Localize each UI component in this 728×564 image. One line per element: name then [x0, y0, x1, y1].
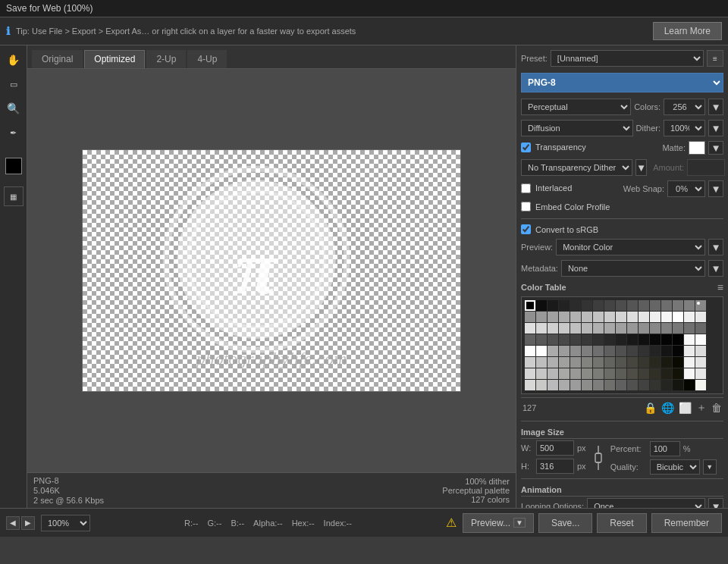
color-cell[interactable] — [548, 346, 558, 356]
color-cell[interactable] — [650, 312, 661, 322]
color-cell[interactable] — [661, 312, 672, 322]
tab-original[interactable]: Original — [32, 50, 83, 68]
color-cell[interactable] — [570, 334, 581, 345]
eyedropper-tool[interactable]: ✒ — [4, 123, 24, 143]
color-cell[interactable] — [593, 346, 604, 356]
color-cell[interactable] — [627, 346, 638, 356]
color-table-menu-button[interactable]: ≡ — [717, 281, 723, 293]
lock-color-btn[interactable]: 🔒 — [644, 401, 657, 415]
web-color-btn[interactable]: 🌐 — [661, 401, 674, 415]
color-cell[interactable] — [604, 380, 615, 390]
color-cell[interactable] — [604, 357, 615, 368]
amount-input[interactable] — [687, 159, 725, 176]
color-cell[interactable] — [650, 346, 661, 356]
color-cell[interactable] — [582, 380, 592, 390]
embed-color-checkbox[interactable] — [521, 202, 531, 212]
color-cell[interactable] — [559, 300, 570, 311]
color-cell[interactable] — [661, 300, 672, 311]
color-cell[interactable] — [695, 368, 706, 379]
color-cell[interactable] — [559, 380, 570, 390]
color-cell[interactable] — [548, 380, 558, 390]
color-cell[interactable] — [559, 334, 570, 345]
color-cell[interactable] — [570, 300, 581, 311]
foreground-color[interactable] — [5, 158, 22, 174]
tab-optimized[interactable]: Optimized — [84, 50, 145, 68]
color-cell[interactable] — [639, 323, 649, 334]
preview-dropdown-arrow[interactable]: ▼ — [513, 518, 526, 528]
color-cell[interactable] — [570, 323, 581, 334]
color-cell[interactable] — [661, 357, 672, 368]
quality-select[interactable]: Bicubic — [650, 459, 700, 475]
color-cell[interactable] — [661, 346, 672, 356]
color-cell[interactable] — [525, 368, 535, 379]
color-cell[interactable] — [536, 346, 547, 356]
web-snap-dropdown-btn[interactable]: ▼ — [708, 180, 723, 197]
color-cell[interactable] — [639, 334, 649, 345]
color-cell[interactable] — [673, 368, 683, 379]
color-cell[interactable] — [695, 323, 706, 334]
color-cell[interactable] — [673, 346, 683, 356]
color-cell[interactable] — [548, 334, 558, 345]
color-cell[interactable] — [684, 323, 695, 334]
color-cell[interactable] — [695, 380, 706, 390]
color-cell[interactable] — [695, 312, 706, 322]
color-cell[interactable] — [570, 368, 581, 379]
color-cell[interactable] — [559, 368, 570, 379]
preset-menu-button[interactable]: ≡ — [707, 50, 723, 67]
toggle-slices[interactable]: ▦ — [4, 186, 24, 206]
color-cell[interactable] — [650, 300, 661, 311]
color-cell[interactable] — [536, 380, 547, 390]
transparency-checkbox[interactable] — [521, 143, 531, 152]
quality-dropdown-btn[interactable]: ▼ — [703, 459, 717, 475]
web-snap-btn[interactable]: ⬜ — [679, 401, 692, 415]
metadata-dropdown-btn[interactable]: ▼ — [708, 260, 723, 277]
width-input[interactable] — [536, 440, 574, 456]
color-cell[interactable] — [616, 368, 626, 379]
color-cell[interactable] — [627, 357, 638, 368]
color-cell[interactable] — [559, 312, 570, 322]
color-cell[interactable] — [548, 312, 558, 322]
color-cell[interactable] — [536, 368, 547, 379]
color-cell[interactable] — [548, 323, 558, 334]
color-cell[interactable] — [673, 334, 683, 345]
select-tool[interactable]: ▭ — [4, 74, 24, 94]
color-cell[interactable] — [650, 368, 661, 379]
color-cell[interactable] — [616, 346, 626, 356]
metadata-select[interactable]: None — [561, 260, 705, 277]
color-cell[interactable] — [627, 380, 638, 390]
color-cell[interactable] — [582, 323, 592, 334]
color-cell[interactable] — [525, 312, 535, 322]
color-cell[interactable] — [639, 380, 649, 390]
color-cell[interactable] — [639, 312, 649, 322]
color-cell[interactable] — [536, 300, 547, 311]
color-cell[interactable] — [582, 312, 592, 322]
color-cell[interactable] — [627, 323, 638, 334]
color-cell[interactable] — [684, 357, 695, 368]
zoom-tool[interactable]: 🔍 — [4, 99, 24, 118]
color-cell[interactable] — [593, 312, 604, 322]
color-cell[interactable] — [673, 312, 683, 322]
convert-srgb-checkbox[interactable] — [521, 224, 531, 234]
delete-color-btn[interactable]: 🗑 — [711, 401, 722, 415]
color-cell[interactable] — [525, 300, 535, 311]
color-cell[interactable] — [604, 368, 615, 379]
color-cell[interactable] — [684, 368, 695, 379]
format-select[interactable]: PNG-8 — [521, 73, 723, 92]
color-cell[interactable] — [695, 346, 706, 356]
color-cell[interactable] — [536, 334, 547, 345]
zoom-select[interactable]: 100% — [41, 515, 90, 531]
color-cell[interactable] — [684, 300, 695, 311]
color-cell[interactable] — [627, 312, 638, 322]
color-cell[interactable] — [548, 300, 558, 311]
tab-2up[interactable]: 2-Up — [146, 50, 186, 68]
color-cell[interactable] — [684, 312, 695, 322]
color-cell[interactable] — [604, 334, 615, 345]
color-cell[interactable] — [559, 357, 570, 368]
color-cell[interactable] — [536, 323, 547, 334]
save-button[interactable]: Save... — [538, 513, 592, 533]
color-cell[interactable] — [684, 380, 695, 390]
preset-select[interactable]: [Unnamed] — [551, 50, 704, 67]
color-cell[interactable] — [593, 300, 604, 311]
color-cell[interactable] — [582, 368, 592, 379]
dither-dropdown-btn[interactable]: ▼ — [708, 120, 723, 136]
